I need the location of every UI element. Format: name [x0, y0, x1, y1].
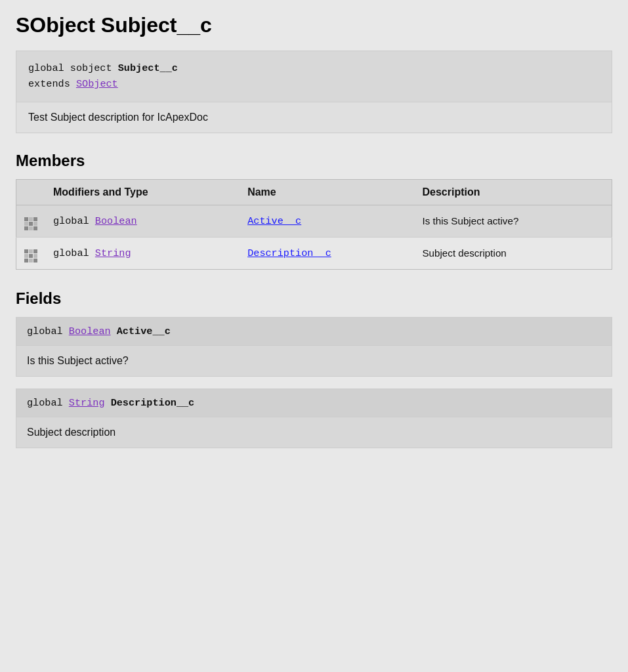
col-header-modifiers: Modifiers and Type [45, 179, 240, 205]
field2-header: global String Description__c [16, 389, 612, 417]
members-heading: Members [16, 152, 612, 170]
table-row: global String Description__c Subject des… [16, 237, 612, 269]
col-header-description: Description [414, 179, 612, 205]
class-code: global sobject Subject__c extends SObjec… [16, 51, 612, 102]
row1-name-link[interactable]: Active__c [247, 215, 301, 227]
row2-name-link[interactable]: Description__c [247, 247, 331, 259]
row-modifier: global String [45, 237, 240, 269]
row-icon-cell [16, 205, 46, 237]
row1-desc: Is this Subject active? [414, 205, 612, 237]
page-title: SObject Subject__c [16, 13, 612, 37]
row2-name-cell: Description__c [240, 237, 414, 269]
field-block-active: global Boolean Active__c Is this Subject… [16, 317, 612, 377]
class-description: Test Subject description for IcApexDoc [16, 102, 612, 133]
row-icon-cell [16, 237, 46, 269]
class-line1-prefix: global sobject [28, 62, 118, 74]
field2-name: Description__c [111, 397, 195, 409]
field1-description: Is this Subject active? [16, 346, 612, 376]
class-extends-prefix: extends [28, 78, 76, 90]
col-header-name: Name [240, 179, 414, 205]
field1-name: Active__c [117, 326, 171, 337]
row1-modifier-type-link[interactable]: Boolean [95, 215, 137, 227]
class-signature-block: global sobject Subject__c extends SObjec… [16, 51, 612, 133]
row1-name-cell: Active__c [240, 205, 414, 237]
fields-heading: Fields [16, 289, 612, 308]
field-icon [24, 249, 37, 262]
row2-modifier-prefix: global [53, 247, 95, 259]
row1-modifier-prefix: global [53, 215, 95, 227]
field2-description: Subject description [16, 417, 612, 448]
table-header-row: Modifiers and Type Name Description [16, 179, 612, 205]
members-table: Modifiers and Type Name Description glob… [16, 179, 612, 270]
row2-modifier-type-link[interactable]: String [95, 247, 131, 259]
members-section: Members Modifiers and Type Name Descript… [16, 152, 612, 270]
field1-prefix: global [27, 326, 69, 337]
row2-desc: Subject description [414, 237, 612, 269]
field-block-description: global String Description__c Subject des… [16, 388, 612, 448]
field2-type-link[interactable]: String [69, 397, 105, 409]
class-line1-name: Subject__c [118, 62, 178, 74]
field1-type-link[interactable]: Boolean [69, 326, 111, 337]
fields-section: Fields global Boolean Active__c Is this … [16, 289, 612, 448]
table-row: global Boolean Active__c Is this Subject… [16, 205, 612, 237]
col-header-icon [16, 179, 46, 205]
field1-header: global Boolean Active__c [16, 318, 612, 346]
sobject-link[interactable]: SObject [76, 78, 118, 90]
field2-prefix: global [27, 397, 69, 409]
row-modifier: global Boolean [45, 205, 240, 237]
field-icon [24, 217, 37, 230]
